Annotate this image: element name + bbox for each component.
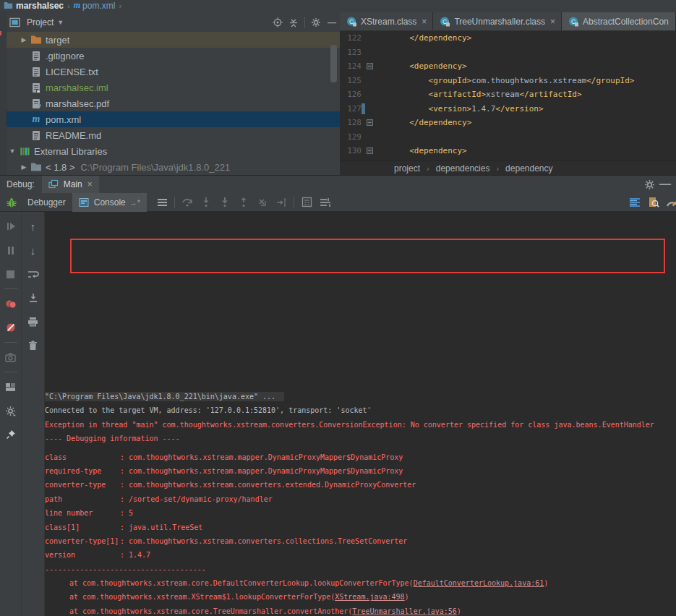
session-tab-main[interactable]: Main × (42, 176, 99, 193)
maven-icon: m (30, 114, 43, 125)
project-panel-title[interactable]: Project (27, 17, 54, 27)
tree-item-pom.xml[interactable]: mpom.xml (7, 111, 340, 127)
project-view-icon (7, 15, 22, 30)
settings-gear-icon[interactable] (0, 401, 21, 420)
tree-item-label: pom.xml (46, 114, 81, 125)
tree-item-target[interactable]: ▶target (7, 32, 340, 48)
force-step-into-icon[interactable] (215, 194, 234, 210)
fold-toggle-icon[interactable]: − (367, 63, 373, 69)
chevron-right-icon[interactable]: ▶ (18, 163, 30, 171)
step-over-icon[interactable] (178, 194, 197, 210)
mute-breakpoints-icon[interactable] (0, 318, 21, 337)
stack-link[interactable]: DefaultConverterLookup.java:61 (414, 579, 544, 587)
debug-info-key: converter-type (45, 478, 120, 492)
tab-console[interactable]: Console →* (72, 193, 147, 212)
scroll-to-end-icon[interactable] (22, 288, 44, 307)
step-out-icon[interactable] (234, 194, 253, 210)
code-line-124[interactable]: 124−<dependency> (340, 59, 676, 74)
hamburger-menu-icon[interactable] (153, 194, 171, 210)
scrollbar-thumb[interactable] (330, 45, 337, 82)
soft-wraps-active-icon[interactable] (625, 194, 644, 210)
debug-info-key: version (45, 548, 120, 562)
stack-frame: at com.thoughtworks.xstream.core.TreeUnm… (45, 604, 675, 616)
gutter-fold-area[interactable]: − (361, 59, 376, 74)
tab-treeunmarshaller-class[interactable]: C TreeUnmarshaller.class × (433, 12, 562, 30)
chevron-right-icon[interactable]: ▶ (18, 36, 30, 43)
tree-item-marshalsec.pdf[interactable]: ?marshalsec.pdf (7, 95, 340, 111)
pause-icon[interactable] (0, 241, 21, 260)
resume-icon[interactable] (0, 217, 21, 236)
divider (4, 372, 17, 372)
view-breakpoints-icon[interactable] (0, 294, 21, 313)
print-icon[interactable] (22, 312, 44, 331)
stack-link[interactable]: XStream.java:498 (335, 593, 404, 601)
console-startup-line: "C:\Program Files\Java\jdk1.8.0_221\bin\… (45, 390, 675, 403)
down-stack-icon[interactable]: ↓ (22, 241, 44, 260)
code-line-122[interactable]: 122</dependency> (340, 31, 676, 46)
tree-item--1.8-[interactable]: ▶< 1.8 >C:\Program Files\Java\jdk1.8.0_2… (7, 159, 340, 175)
hide-panel-icon[interactable]: — (657, 177, 673, 192)
close-icon[interactable]: × (422, 17, 427, 27)
session-tab-label: Main (64, 179, 82, 189)
step-into-icon[interactable] (197, 194, 215, 210)
code-line-127[interactable]: 127<version>1.4.7</version> (340, 102, 676, 116)
tab-debugger[interactable]: Debugger (21, 193, 72, 212)
code-line-130[interactable]: 130−<dependency> (340, 144, 676, 158)
tree-item-readme.md[interactable]: README.md (7, 127, 340, 143)
tree-item-external-libraries[interactable]: ▼External Libraries (7, 143, 340, 159)
run-to-cursor-icon[interactable] (272, 194, 291, 210)
code-line-128[interactable]: 128−</dependency> (340, 116, 676, 130)
evaluate-expression-icon[interactable] (297, 194, 316, 210)
close-icon[interactable]: × (87, 179, 93, 189)
search-output-icon[interactable] (644, 194, 663, 210)
new-output-icon: →* (129, 198, 140, 207)
tab-abstractcollectionconverter-class[interactable]: C AbstractCollectionCon (562, 12, 676, 30)
chevron-down-icon[interactable]: ▼ (7, 147, 18, 155)
pin-icon[interactable] (0, 425, 21, 444)
tree-item-.gitignore[interactable]: .gitignore (7, 48, 340, 64)
drop-frame-icon[interactable] (253, 194, 272, 210)
gutter-fold-area[interactable]: − (361, 144, 376, 158)
gutter-fold-area[interactable]: − (361, 116, 376, 130)
text-file-icon (30, 130, 43, 141)
exception-message: Exception in thread "main" com.thoughtwo… (45, 418, 675, 432)
console-output[interactable]: "C:\Program Files\Java\jdk1.8.0_221\bin\… (45, 390, 675, 616)
up-stack-icon[interactable]: ↑ (22, 217, 44, 236)
code-line-129[interactable]: 129 (340, 130, 676, 145)
breadcrumb-separator: › (119, 1, 121, 10)
breadcrumb-project[interactable]: marshalsec (16, 1, 64, 11)
breadcrumb-dependency-node[interactable]: dependency (505, 163, 552, 174)
stack-link[interactable]: TreeUnmarshaller.java:56 (352, 607, 457, 615)
code-line-125[interactable]: 125<groupId>com.thoughtworks.xstream</gr… (340, 74, 676, 88)
breadcrumb-project-node[interactable]: project (394, 163, 420, 174)
stack-frame: at com.thoughtworks.xstream.core.Default… (45, 576, 675, 590)
debug-info-row: converter-type: com.thoughtworks.xstream… (45, 478, 675, 492)
code-editor[interactable]: 122</dependency>123124−<dependency>125<g… (340, 31, 676, 175)
close-icon[interactable]: × (550, 17, 555, 27)
breadcrumb-file[interactable]: pom.xml (82, 1, 115, 11)
clear-all-icon[interactable] (22, 336, 44, 355)
thread-dump-camera-icon[interactable] (0, 348, 21, 367)
fold-toggle-icon[interactable]: − (367, 147, 373, 154)
code-line-123[interactable]: 123 (340, 46, 676, 60)
line-number: 128 (340, 116, 361, 130)
fold-toggle-icon[interactable]: − (367, 119, 373, 126)
tree-item-license.txt[interactable]: LICENSE.txt (7, 64, 340, 80)
tab-xstream-class[interactable]: C XStream.class × (340, 12, 433, 30)
locate-file-icon[interactable] (270, 15, 286, 30)
soft-wrap-icon[interactable] (22, 265, 44, 283)
code-text: <dependency> (376, 59, 467, 74)
code-line-126[interactable]: 126<artifactId>xstream</artifactId> (340, 87, 676, 102)
gear-icon[interactable] (308, 15, 324, 30)
gear-icon[interactable] (641, 177, 657, 192)
gauge-icon[interactable] (663, 194, 676, 210)
hide-panel-icon[interactable]: — (324, 15, 340, 30)
stop-icon[interactable] (0, 265, 21, 283)
tree-item-marshalsec.iml[interactable]: marshalsec.iml (7, 80, 340, 95)
chevron-down-icon[interactable]: ▼ (57, 19, 64, 26)
vcs-change-marker (361, 103, 365, 114)
collapse-all-icon[interactable] (286, 15, 301, 30)
view-options-icon[interactable] (316, 194, 335, 210)
restore-layout-icon[interactable] (0, 377, 21, 396)
breadcrumb-dependencies-node[interactable]: dependencies (436, 163, 490, 174)
